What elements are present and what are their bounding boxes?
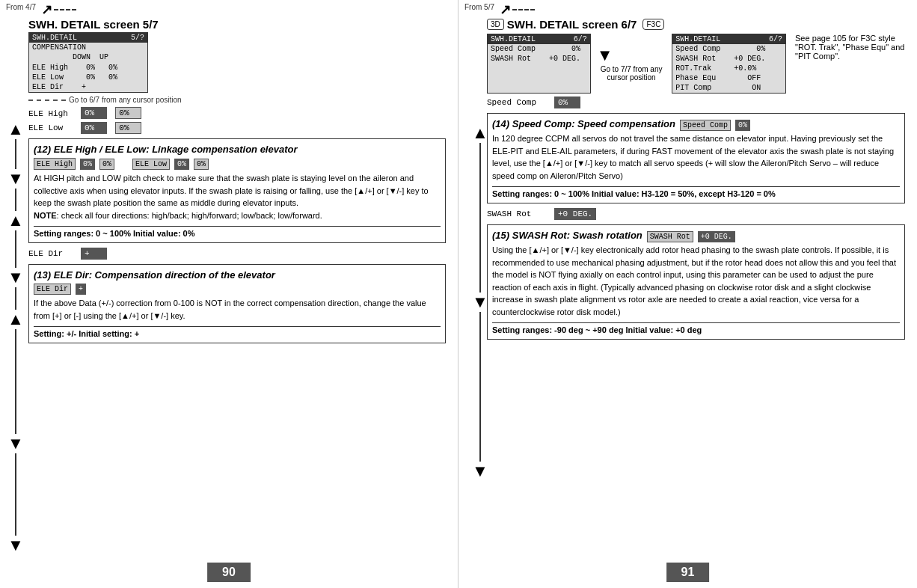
section-13-setting: Setting: +/- Initial setting: + [34,326,441,338]
goto-down-arrow: ▼ [597,46,613,65]
section-14-body: In 120 degree CCPM all servos do not tra… [492,132,900,182]
left-screen-title: SWH. DETAIL screen 5/7 [28,18,452,31]
section-13-title: (13) ELE Dir: Compensation direction of … [34,269,441,281]
section-15: (15) SWASH Rot: Swash rotation SWASH Rot… [487,224,905,340]
section-14-setting: Setting ranges: 0 ~ 100% Initial value: … [492,186,900,198]
goto-label-left: Go to 6/7 from any cursor position [28,96,452,104]
from-label-right: From 5/7 [464,3,494,11]
section-14: (14) Speed Comp: Speed compensation Spee… [487,113,905,203]
right-lcd-screen2: SWH.DETAIL 6/? Speed Comp 0% SWASH Rot +… [672,34,786,94]
down-arrow-3: ▼ [7,434,24,453]
ele-dir-param: ELE Dir + [28,248,452,260]
left-top-arrow: ↗ [41,1,52,18]
swash-rot-param: SWASH Rot +0 DEG. [487,208,911,220]
section-12-body: At HIGH pitch and LOW pitch check to mak… [34,172,441,221]
up-arrow-1: ▲ [7,120,24,139]
right-lcd-screens: SWH.DETAIL 6/? Speed Comp 0% SWASH Rot +… [487,34,911,94]
goto-label-right: Go to 7/7 from any cursor position [597,65,666,82]
section-13: (13) ELE Dir: Compensation direction of … [28,264,446,343]
section-12: (12) ELE High / ELE Low: Linkage compens… [28,138,446,243]
right-up-arrow-1: ▲ [472,123,488,143]
goto-7-7: ▼ Go to 7/7 from any cursor position [597,34,666,94]
section-15-body: Using the [▲/+] or [▼/-] key electronica… [492,244,900,318]
badge-3d: 3D [487,19,504,30]
left-lcd-header: SWH.DETAIL 5/? [29,33,147,43]
right-down-arrow-2: ▼ [472,462,488,481]
right-page: From 5/7 ↗ 3D SWH. DETAIL screen 6/7 F3C… [458,0,917,588]
from-label-left: From 4/7 [6,3,36,11]
down-arrow-1: ▼ [7,169,24,189]
left-page-number: 90 [207,563,251,582]
down-arrow-4: ▼ [7,536,24,555]
right-top-arrow-area: ↗ [500,1,536,18]
left-nav-column: ▲ ▼ ▲ ▼ ▲ ▼ ▼ [7,120,24,555]
up-arrow-3: ▲ [7,310,24,329]
section-13-body: If the above Data (+/-) correction from … [34,297,441,322]
section-14-title: (14) Speed Comp: Speed compensation [492,118,675,129]
section-13-params: ELE Dir + [34,284,441,295]
right-page-number: 91 [666,563,710,582]
left-lcd-screen: SWH.DETAIL 5/? COMPENSATION DOWN UP ELE … [28,32,148,93]
ele-low-param: ELE Low 0% 0% [28,122,452,134]
section-15-setting: Setting ranges: -90 deg ~ +90 deg Initia… [492,322,900,334]
section-12-title: (12) ELE High / ELE Low: Linkage compens… [34,144,441,155]
section-15-title: (15) SWASH Rot: Swash rotation [492,230,642,241]
right-lcd-screen1: SWH.DETAIL 6/? Speed Comp 0% SWASH Rot +… [487,34,591,94]
section-12-setting: Setting ranges: 0 ~ 100% Initial value: … [34,226,441,238]
section-12-params: ELE Hiɡh 0% 0% ELE Low 0% 0% [34,158,441,170]
right-down-arrow-1: ▼ [472,293,488,312]
right-title-row: 3D SWH. DETAIL screen 6/7 F3C [487,18,911,31]
badge-f3c: F3C [642,19,664,30]
ele-high-param: ELE Hiɡh 0% 0% [28,107,452,119]
right-nav-column: ▲ ▼ ▼ [472,123,488,481]
f3c-note: See page 105 for F3C style "ROT. Trak", … [795,34,911,94]
right-top-arrow: ↗ [500,1,511,18]
down-arrow-2: ▼ [7,268,24,287]
speed-comp-param: Speed Comp 0% [487,97,911,108]
right-screen-title: SWH. DETAIL screen 6/7 [507,18,637,31]
left-page: From 4/7 ↗ SWH. DETAIL screen 5/7 SWH.DE… [0,0,458,588]
up-arrow-2: ▲ [7,211,24,230]
